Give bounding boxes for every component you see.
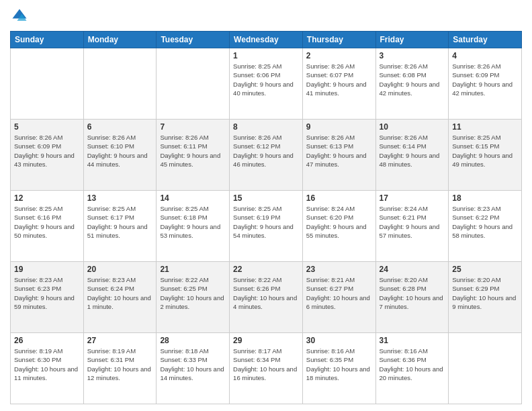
day-info: Sunrise: 8:21 AM Sunset: 6:27 PM Dayligh…: [306, 275, 372, 311]
day-number: 3: [380, 51, 445, 60]
day-cell: 27Sunrise: 8:19 AM Sunset: 6:31 PM Dayli…: [83, 333, 157, 404]
day-cell: 17Sunrise: 8:24 AM Sunset: 6:21 PM Dayli…: [375, 191, 449, 262]
day-info: Sunrise: 8:26 AM Sunset: 6:07 PM Dayligh…: [306, 62, 372, 97]
day-info: Sunrise: 8:26 AM Sunset: 6:11 PM Dayligh…: [160, 133, 226, 169]
day-cell: 25Sunrise: 8:20 AM Sunset: 6:29 PM Dayli…: [449, 262, 522, 333]
day-info: Sunrise: 8:25 AM Sunset: 6:17 PM Dayligh…: [87, 204, 153, 240]
week-row-1: 1Sunrise: 8:25 AM Sunset: 6:06 PM Daylig…: [11, 48, 522, 120]
day-info: Sunrise: 8:24 AM Sunset: 6:21 PM Dayligh…: [380, 204, 445, 240]
day-cell: 21Sunrise: 8:22 AM Sunset: 6:25 PM Dayli…: [157, 262, 230, 333]
day-info: Sunrise: 8:22 AM Sunset: 6:25 PM Dayligh…: [160, 275, 226, 311]
day-number: 17: [380, 193, 445, 203]
day-header-monday: Monday: [83, 32, 157, 48]
day-info: Sunrise: 8:25 AM Sunset: 6:18 PM Dayligh…: [160, 204, 226, 240]
day-cell: 1Sunrise: 8:25 AM Sunset: 6:06 PM Daylig…: [230, 48, 303, 120]
day-number: 14: [160, 193, 226, 203]
day-number: 12: [14, 193, 80, 203]
day-info: Sunrise: 8:20 AM Sunset: 6:28 PM Dayligh…: [380, 275, 445, 311]
week-row-5: 26Sunrise: 8:19 AM Sunset: 6:30 PM Dayli…: [11, 333, 522, 404]
day-number: 6: [87, 122, 153, 132]
day-info: Sunrise: 8:17 AM Sunset: 6:34 PM Dayligh…: [233, 347, 299, 382]
day-number: 9: [306, 122, 372, 132]
day-number: 11: [452, 122, 518, 132]
day-info: Sunrise: 8:23 AM Sunset: 6:22 PM Dayligh…: [452, 204, 518, 240]
day-cell: 24Sunrise: 8:20 AM Sunset: 6:28 PM Dayli…: [375, 262, 449, 333]
day-info: Sunrise: 8:26 AM Sunset: 6:09 PM Dayligh…: [14, 133, 80, 169]
day-number: 26: [14, 336, 80, 345]
day-header-sunday: Sunday: [11, 32, 84, 48]
day-number: 10: [380, 122, 445, 132]
day-number: 16: [306, 193, 372, 203]
day-info: Sunrise: 8:26 AM Sunset: 6:08 PM Dayligh…: [380, 62, 445, 97]
day-number: 18: [452, 193, 518, 203]
day-cell: 31Sunrise: 8:16 AM Sunset: 6:36 PM Dayli…: [375, 333, 449, 404]
day-number: 24: [380, 265, 445, 274]
day-info: Sunrise: 8:23 AM Sunset: 6:24 PM Dayligh…: [87, 275, 153, 311]
day-header-thursday: Thursday: [302, 32, 375, 48]
day-number: 28: [160, 336, 226, 345]
day-info: Sunrise: 8:20 AM Sunset: 6:29 PM Dayligh…: [452, 275, 518, 311]
logo-icon: [10, 7, 29, 26]
day-cell: 16Sunrise: 8:24 AM Sunset: 6:20 PM Dayli…: [302, 191, 375, 262]
day-cell: 7Sunrise: 8:26 AM Sunset: 6:11 PM Daylig…: [157, 120, 230, 191]
day-cell: 4Sunrise: 8:26 AM Sunset: 6:09 PM Daylig…: [449, 48, 522, 120]
day-cell: 23Sunrise: 8:21 AM Sunset: 6:27 PM Dayli…: [302, 262, 375, 333]
day-number: 19: [14, 265, 80, 274]
day-cell: [157, 48, 230, 120]
day-number: 4: [452, 51, 518, 60]
day-number: 21: [160, 265, 226, 274]
day-info: Sunrise: 8:26 AM Sunset: 6:13 PM Dayligh…: [306, 133, 372, 169]
day-number: 30: [306, 336, 372, 345]
day-cell: 30Sunrise: 8:16 AM Sunset: 6:35 PM Dayli…: [302, 333, 375, 404]
day-number: 25: [452, 265, 518, 274]
day-cell: 5Sunrise: 8:26 AM Sunset: 6:09 PM Daylig…: [11, 120, 84, 191]
day-number: 20: [87, 265, 153, 274]
week-row-3: 12Sunrise: 8:25 AM Sunset: 6:16 PM Dayli…: [11, 191, 522, 262]
day-cell: 2Sunrise: 8:26 AM Sunset: 6:07 PM Daylig…: [302, 48, 375, 120]
svg-marker-0: [13, 9, 27, 19]
day-number: 8: [233, 122, 299, 132]
day-cell: 10Sunrise: 8:26 AM Sunset: 6:14 PM Dayli…: [375, 120, 449, 191]
day-number: 22: [233, 265, 299, 274]
day-cell: [83, 48, 157, 120]
day-cell: 6Sunrise: 8:26 AM Sunset: 6:10 PM Daylig…: [83, 120, 157, 191]
calendar-table: SundayMondayTuesdayWednesdayThursdayFrid…: [10, 31, 522, 404]
day-cell: 11Sunrise: 8:25 AM Sunset: 6:15 PM Dayli…: [449, 120, 522, 191]
day-cell: 9Sunrise: 8:26 AM Sunset: 6:13 PM Daylig…: [302, 120, 375, 191]
day-cell: 3Sunrise: 8:26 AM Sunset: 6:08 PM Daylig…: [375, 48, 449, 120]
day-cell: 12Sunrise: 8:25 AM Sunset: 6:16 PM Dayli…: [11, 191, 84, 262]
day-cell: 19Sunrise: 8:23 AM Sunset: 6:23 PM Dayli…: [11, 262, 84, 333]
day-cell: 29Sunrise: 8:17 AM Sunset: 6:34 PM Dayli…: [230, 333, 303, 404]
day-info: Sunrise: 8:19 AM Sunset: 6:31 PM Dayligh…: [87, 347, 153, 382]
day-info: Sunrise: 8:25 AM Sunset: 6:06 PM Dayligh…: [233, 62, 299, 97]
logo: [10, 7, 32, 26]
day-header-wednesday: Wednesday: [230, 32, 303, 48]
calendar-header-row: SundayMondayTuesdayWednesdayThursdayFrid…: [11, 32, 522, 48]
day-cell: 28Sunrise: 8:18 AM Sunset: 6:33 PM Dayli…: [157, 333, 230, 404]
day-cell: 20Sunrise: 8:23 AM Sunset: 6:24 PM Dayli…: [83, 262, 157, 333]
day-info: Sunrise: 8:23 AM Sunset: 6:23 PM Dayligh…: [14, 275, 80, 311]
day-header-friday: Friday: [375, 32, 449, 48]
day-info: Sunrise: 8:18 AM Sunset: 6:33 PM Dayligh…: [160, 347, 226, 382]
day-info: Sunrise: 8:16 AM Sunset: 6:35 PM Dayligh…: [306, 347, 372, 382]
day-cell: 8Sunrise: 8:26 AM Sunset: 6:12 PM Daylig…: [230, 120, 303, 191]
day-info: Sunrise: 8:16 AM Sunset: 6:36 PM Dayligh…: [380, 347, 445, 382]
day-cell: 18Sunrise: 8:23 AM Sunset: 6:22 PM Dayli…: [449, 191, 522, 262]
week-row-4: 19Sunrise: 8:23 AM Sunset: 6:23 PM Dayli…: [11, 262, 522, 333]
day-number: 2: [306, 51, 372, 60]
day-info: Sunrise: 8:24 AM Sunset: 6:20 PM Dayligh…: [306, 204, 372, 240]
day-cell: 13Sunrise: 8:25 AM Sunset: 6:17 PM Dayli…: [83, 191, 157, 262]
day-info: Sunrise: 8:26 AM Sunset: 6:10 PM Dayligh…: [87, 133, 153, 169]
day-info: Sunrise: 8:26 AM Sunset: 6:14 PM Dayligh…: [380, 133, 445, 169]
day-info: Sunrise: 8:25 AM Sunset: 6:16 PM Dayligh…: [14, 204, 80, 240]
day-cell: 26Sunrise: 8:19 AM Sunset: 6:30 PM Dayli…: [11, 333, 84, 404]
day-number: 29: [233, 336, 299, 345]
day-number: 31: [380, 336, 445, 345]
week-row-2: 5Sunrise: 8:26 AM Sunset: 6:09 PM Daylig…: [11, 120, 522, 191]
day-info: Sunrise: 8:25 AM Sunset: 6:15 PM Dayligh…: [452, 133, 518, 169]
day-info: Sunrise: 8:26 AM Sunset: 6:09 PM Dayligh…: [452, 62, 518, 97]
day-number: 13: [87, 193, 153, 203]
day-number: 1: [233, 51, 299, 60]
day-cell: 15Sunrise: 8:25 AM Sunset: 6:19 PM Dayli…: [230, 191, 303, 262]
day-number: 5: [14, 122, 80, 132]
